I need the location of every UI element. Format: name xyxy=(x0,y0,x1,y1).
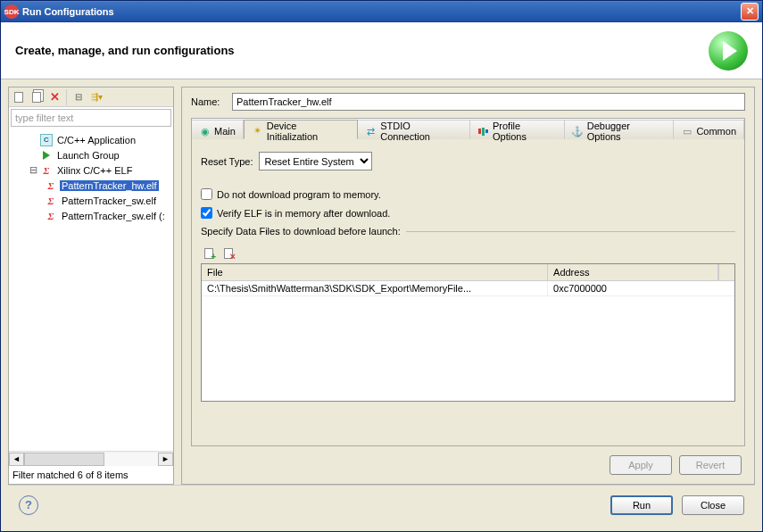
tab-stdio-connection[interactable]: ⇄ STDIO Connection xyxy=(358,120,470,139)
reset-type-select[interactable]: Reset Entire System xyxy=(259,152,372,170)
no-download-label: Do not download program to memory. xyxy=(217,189,381,200)
xilinx-icon: Σ xyxy=(45,179,57,192)
tree-collapse-icon[interactable]: ⊟ xyxy=(29,164,37,176)
tab-common[interactable]: ▭ Common xyxy=(674,120,744,139)
tree-item-pattern-tracker-hw[interactable]: Σ PatternTracker_hw.elf xyxy=(11,178,171,193)
revert-button[interactable]: Revert xyxy=(679,455,742,475)
tree-item-pattern-tracker-sw-2[interactable]: Σ PatternTracker_sw.elf (: xyxy=(11,208,171,223)
xilinx-icon: Σ xyxy=(40,164,53,177)
device-init-tab-content: Reset Type: Reset Entire System Do not d… xyxy=(192,139,744,445)
remove-data-file-button[interactable] xyxy=(220,245,236,262)
verify-elf-checkbox[interactable] xyxy=(201,207,212,219)
dialog-header: Create, manage, and run configurations xyxy=(1,22,762,79)
xilinx-icon: Σ xyxy=(45,195,57,207)
stdio-tab-icon: ⇄ xyxy=(365,126,377,137)
tree-item-pattern-tracker-sw[interactable]: Σ PatternTracker_sw.elf xyxy=(11,193,171,208)
add-data-file-button[interactable] xyxy=(201,245,217,262)
device-init-tab-icon: ✴ xyxy=(252,125,263,137)
debugger-tab-icon: ⚓ xyxy=(572,126,584,137)
profile-tab-icon xyxy=(477,126,489,137)
window-titlebar: SDK Run Configurations ✕ xyxy=(1,1,762,22)
col-header-address[interactable]: Address xyxy=(548,264,718,280)
config-name-input[interactable] xyxy=(232,93,745,111)
launch-group-icon xyxy=(40,149,53,162)
main-tab-icon: ◉ xyxy=(199,126,211,137)
common-tab-icon: ▭ xyxy=(681,126,693,137)
scroll-right-button[interactable]: ► xyxy=(158,453,173,466)
apply-button[interactable]: Apply xyxy=(610,455,672,475)
close-window-button[interactable]: ✕ xyxy=(741,3,759,21)
config-editor-panel: Name: ◉ Main ✴ Device Initialization xyxy=(181,87,755,485)
tree-item-launch-group[interactable]: Launch Group xyxy=(11,147,171,162)
filter-status: Filter matched 6 of 8 items xyxy=(9,466,173,484)
config-tree[interactable]: C C/C++ Application Launch Group ⊟ Σ Xil… xyxy=(9,129,173,451)
reset-type-label: Reset Type: xyxy=(201,156,253,167)
address-cell: 0xc7000000 xyxy=(548,281,734,295)
xilinx-icon: Σ xyxy=(45,210,57,222)
new-config-button[interactable] xyxy=(11,89,27,105)
c-app-icon: C xyxy=(40,134,53,146)
close-button[interactable]: Close xyxy=(682,495,744,515)
data-files-legend: Specify Data Files to download before la… xyxy=(201,226,406,237)
name-label: Name: xyxy=(191,96,227,107)
table-row[interactable]: C:\Thesis\SmithWatterman3\SDK\SDK_Export… xyxy=(202,281,734,296)
window-title: Run Configurations xyxy=(22,6,741,17)
sdk-icon: SDK xyxy=(4,4,19,19)
verify-elf-label: Verify ELF is in memory after download. xyxy=(217,208,390,219)
tab-device-initialization[interactable]: ✴ Device Initialization xyxy=(244,120,359,139)
run-button[interactable]: Run xyxy=(610,495,673,515)
data-files-table[interactable]: File Address C:\Thesis\SmithWatterman3\S… xyxy=(201,263,735,402)
run-icon xyxy=(709,31,748,71)
delete-config-button[interactable]: ✕ xyxy=(46,89,62,105)
tab-main[interactable]: ◉ Main xyxy=(192,120,244,139)
filter-input[interactable] xyxy=(11,109,171,127)
col-header-file[interactable]: File xyxy=(202,264,548,280)
tab-profile-options[interactable]: Profile Options xyxy=(470,120,565,139)
no-download-checkbox[interactable] xyxy=(201,188,212,200)
tree-item-xilinx-elf[interactable]: ⊟ Σ Xilinx C/C++ ELF xyxy=(11,162,171,178)
dialog-title: Create, manage, and run configurations xyxy=(15,44,235,57)
file-cell: C:\Thesis\SmithWatterman3\SDK\SDK_Export… xyxy=(202,281,548,295)
scroll-left-button[interactable]: ◄ xyxy=(9,453,24,466)
help-button[interactable]: ? xyxy=(19,495,38,515)
collapse-all-button[interactable]: ⊟ xyxy=(70,89,87,105)
duplicate-config-button[interactable] xyxy=(29,89,45,105)
tree-item-c-app[interactable]: C C/C++ Application xyxy=(11,132,171,147)
config-list-panel: ✕ ⊟ ⇶▾ C C/C++ Application Launch xyxy=(8,87,174,485)
tree-horizontal-scrollbar[interactable]: ◄ ► xyxy=(9,451,173,466)
config-tabstrip: ◉ Main ✴ Device Initialization ⇄ STDIO C… xyxy=(192,119,744,139)
filter-menu-button[interactable]: ⇶▾ xyxy=(88,89,104,105)
config-toolbar: ✕ ⊟ ⇶▾ xyxy=(9,87,173,107)
tab-debugger-options[interactable]: ⚓ Debugger Options xyxy=(565,120,675,139)
scroll-thumb[interactable] xyxy=(24,453,104,466)
